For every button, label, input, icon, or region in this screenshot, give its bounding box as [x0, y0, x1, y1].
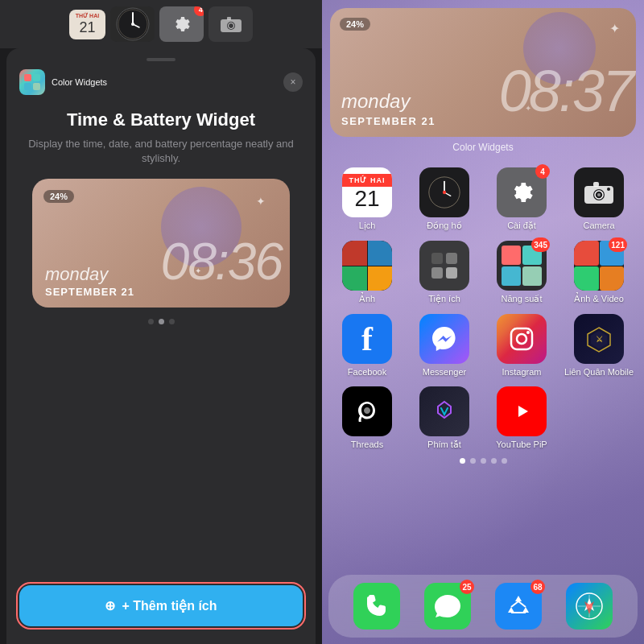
svg-line-36 [511, 601, 518, 607]
app-item-facebook[interactable]: f Facebook [328, 309, 406, 382]
widget-preview-card: 24% 08:36 monday SEPTEMBER 21 ✦ ✦ [32, 179, 290, 308]
svg-rect-9 [24, 74, 31, 81]
app-item-instagram[interactable]: Instagram [483, 309, 560, 382]
app-item-photos[interactable]: Ảnh [328, 236, 406, 309]
svg-point-23 [607, 188, 610, 191]
svg-rect-26 [431, 267, 443, 279]
app-item-shortcuts[interactable]: Phím tắt [406, 382, 483, 455]
dock-area: 25 68 [322, 568, 644, 644]
color-widget-home[interactable]: 24% 08:37 monday SEPTEMBER 21 ✦ ✦ [330, 8, 636, 137]
right-panel: 24% 08:37 monday SEPTEMBER 21 ✦ ✦ Color … [322, 0, 644, 644]
settings-mini-widget: 4 [159, 6, 204, 42]
app-icon-lich: THỨ HAI 21 [342, 167, 392, 217]
settings-badge-home: 4 [535, 164, 550, 179]
svg-rect-12 [33, 83, 40, 90]
dot-2 [159, 319, 164, 324]
page-dot-5 [502, 458, 507, 464]
app-icon-photos [342, 241, 392, 291]
dock: 25 68 [328, 575, 638, 638]
svg-rect-27 [446, 267, 457, 279]
modal-close-button[interactable]: × [283, 72, 303, 92]
preview-time: 08:36 [161, 232, 282, 291]
anhvideo-badge: 121 [609, 237, 627, 252]
modal-header: Color Widgets × [19, 69, 303, 95]
app-item-utilities[interactable]: Tiện ích [406, 236, 483, 309]
settings-badge: 4 [194, 6, 204, 16]
add-widget-button[interactable]: ⊕ + Thêm tiện ích [19, 585, 303, 626]
page-dot-4 [491, 458, 497, 464]
cal-day-num: 21 [354, 187, 379, 212]
modal-title: Time & Battery Widget [67, 109, 255, 130]
home-widget-date: SEPTEMBER 21 [341, 115, 436, 127]
nangxuat-badge: 345 [531, 237, 550, 252]
app-label-instagram: Instagram [502, 367, 542, 377]
app-item-anhvideo[interactable]: 121 Ảnh & Video [560, 236, 638, 309]
app-item-clock[interactable]: Đồng hồ [406, 163, 483, 236]
app-icon-camera [574, 167, 624, 217]
app-item-settings[interactable]: 4 Cài đặt [483, 163, 560, 236]
preview-date: SEPTEMBER 21 [45, 286, 134, 298]
app-label-shortcuts: Phím tắt [427, 440, 461, 450]
app-label-facebook: Facebook [348, 367, 386, 377]
dock-safari[interactable] [566, 583, 613, 630]
app-icon-lienquan: ⚔ [574, 314, 624, 364]
app-item-messenger[interactable]: Messenger [406, 309, 483, 382]
page-dot-3 [481, 458, 486, 464]
home-widget-day: monday [341, 90, 410, 113]
cal-day-label: THỨ HAI [342, 174, 392, 187]
camera-mini-widget [208, 6, 253, 42]
app-item-lienquan[interactable]: ⚔ Liên Quân Mobile [560, 309, 638, 382]
svg-rect-11 [24, 83, 31, 90]
app-icon-threads [342, 386, 392, 436]
svg-point-30 [526, 331, 530, 334]
thu-hai-mini-widget: THỨ HAI 21 [69, 10, 105, 39]
app-label-utilities: Tiện ích [428, 294, 460, 304]
add-widget-plus-icon: ⊕ [105, 598, 115, 613]
app-label-anhvideo: Ảnh & Video [574, 294, 624, 304]
modal-description: Display the time, date, and battery perc… [19, 137, 303, 166]
svg-point-21 [597, 193, 601, 196]
page-indicator [322, 458, 644, 464]
dock-messages[interactable]: 25 [424, 583, 471, 630]
sparkle-widget-1: ✦ [609, 21, 620, 36]
sparkle-widget-2: ✦ [525, 104, 531, 113]
app-label-messenger: Messenger [423, 367, 466, 377]
app-icon-clock [419, 167, 469, 217]
thu-hai-label: THỨ HAI [76, 13, 99, 19]
dot-1 [148, 319, 154, 324]
app-label-threads: Threads [351, 440, 383, 449]
app-label-nangxuat: Năng suất [501, 294, 542, 304]
home-widget-time: 08:37 [499, 58, 632, 124]
app-label-photos: Ảnh [359, 294, 375, 304]
svg-rect-8 [227, 17, 231, 20]
app-item-lich[interactable]: THỨ HAI 21 Lịch [328, 163, 406, 236]
app-icon-utilities [419, 241, 469, 291]
svg-point-4 [131, 23, 134, 26]
app-grid: THỨ HAI 21 Lịch [322, 159, 644, 458]
svg-point-29 [517, 334, 526, 344]
app-label-lich: Lịch [359, 221, 376, 231]
appstore-badge: 68 [530, 580, 545, 594]
app-item-nangxuat[interactable]: 345 Năng suất [483, 236, 560, 309]
app-icon-facebook: f [342, 314, 392, 364]
app-label-youtube: YouTube PiP [496, 440, 547, 449]
app-icon-youtube [497, 386, 547, 436]
clock-mini-widget [110, 6, 155, 42]
app-item-youtube[interactable]: YouTube PiP [483, 382, 560, 455]
widget-label: Color Widgets [330, 142, 636, 153]
dot-3 [169, 319, 175, 324]
app-item-camera[interactable]: Camera [560, 163, 638, 236]
page-dots [148, 319, 175, 324]
dock-phone[interactable] [353, 583, 400, 630]
add-widget-label: + Thêm tiện ích [122, 598, 217, 613]
home-widget-area: 24% 08:37 monday SEPTEMBER 21 ✦ ✦ Color … [322, 0, 644, 159]
app-label-clock: Đồng hồ [427, 221, 461, 231]
app-icon-instagram [497, 314, 547, 364]
app-item-threads[interactable]: Threads [328, 382, 406, 455]
app-label-camera: Camera [583, 221, 614, 230]
svg-rect-24 [431, 253, 443, 264]
preview-day: monday [45, 264, 108, 285]
home-widget-battery: 24% [340, 18, 370, 31]
svg-line-37 [518, 601, 526, 607]
dock-appstore[interactable]: 68 [495, 583, 542, 630]
